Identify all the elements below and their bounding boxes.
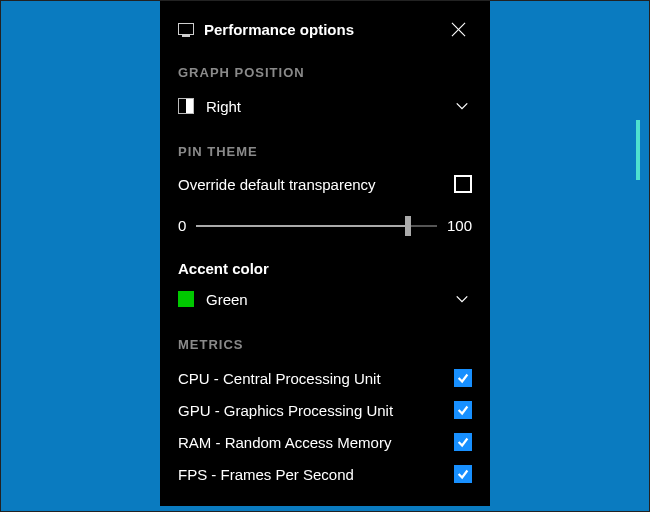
metric-checkbox[interactable]	[454, 465, 472, 483]
metric-row: GPU - Graphics Processing Unit	[178, 394, 472, 426]
metric-checkbox[interactable]	[454, 433, 472, 451]
metric-checkbox[interactable]	[454, 401, 472, 419]
override-transparency-label: Override default transparency	[178, 176, 454, 193]
slider-fill	[196, 225, 408, 227]
graph-position-dropdown[interactable]: Right	[178, 90, 472, 122]
slider-max-label: 100	[447, 217, 472, 234]
metric-label: FPS - Frames Per Second	[178, 466, 454, 483]
panel-header: Performance options	[178, 15, 472, 43]
graph-position-value: Right	[206, 98, 452, 115]
accent-color-label: Accent color	[178, 260, 472, 277]
pin-theme-section-label: PIN THEME	[178, 144, 472, 159]
chevron-down-icon	[452, 289, 472, 309]
performance-options-panel: Performance options GRAPH POSITION Right…	[160, 1, 490, 506]
close-button[interactable]	[444, 15, 472, 43]
transparency-slider-row: 0 100	[178, 217, 472, 234]
panel-title: Performance options	[204, 21, 434, 38]
metric-checkbox[interactable]	[454, 369, 472, 387]
chevron-down-icon	[452, 96, 472, 116]
metric-label: GPU - Graphics Processing Unit	[178, 402, 454, 419]
metrics-list: CPU - Central Processing UnitGPU - Graph…	[178, 362, 472, 490]
metric-label: RAM - Random Access Memory	[178, 434, 454, 451]
accent-color-dropdown[interactable]: Green	[178, 283, 472, 315]
override-transparency-checkbox[interactable]	[454, 175, 472, 193]
metric-label: CPU - Central Processing Unit	[178, 370, 454, 387]
position-right-icon	[178, 98, 194, 114]
metric-row: CPU - Central Processing Unit	[178, 362, 472, 394]
slider-thumb[interactable]	[405, 216, 411, 236]
slider-min-label: 0	[178, 217, 186, 234]
accent-color-swatch	[178, 291, 194, 307]
transparency-slider[interactable]	[196, 225, 437, 227]
monitor-icon	[178, 23, 194, 35]
accent-color-value: Green	[206, 291, 452, 308]
metrics-section-label: METRICS	[178, 337, 472, 352]
override-transparency-row: Override default transparency	[178, 169, 472, 199]
graph-position-section-label: GRAPH POSITION	[178, 65, 472, 80]
metric-row: RAM - Random Access Memory	[178, 426, 472, 458]
metric-row: FPS - Frames Per Second	[178, 458, 472, 490]
